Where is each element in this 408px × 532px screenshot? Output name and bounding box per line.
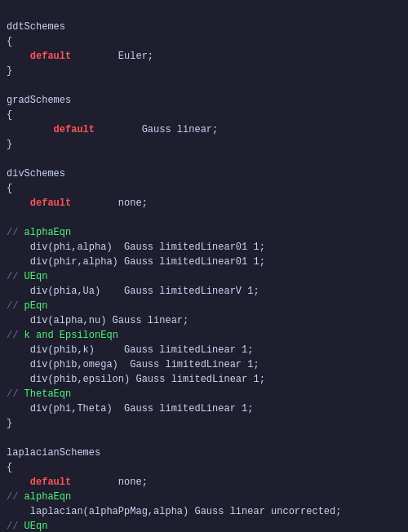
code-line: div(phib,omega) Gauss limitedLinear 1; — [7, 357, 401, 372]
code-line: div(phir,alpha) Gauss limitedLinear01 1; — [7, 255, 401, 269]
code-line: // alphaEqn — [7, 490, 401, 504]
code-line — [7, 431, 401, 446]
code-line: // alphaEqn — [7, 225, 401, 240]
code-line: } — [7, 416, 401, 431]
code-line: default Gauss linear; — [7, 122, 401, 137]
code-line: div(phia,Ua) Gauss limitedLinearV 1; — [7, 284, 401, 299]
code-line: ddtSchemes — [7, 20, 401, 34]
code-line: } — [7, 64, 401, 78]
code-line: default none; — [7, 196, 401, 211]
code-line — [7, 78, 401, 93]
code-line: { — [7, 34, 401, 49]
code-line — [7, 152, 401, 166]
code-line: { — [7, 460, 401, 475]
code-line: default none; — [7, 475, 401, 490]
code-line: laplacian(alphaPpMag,alpha) Gauss linear… — [7, 504, 401, 519]
code-line: { — [7, 108, 401, 122]
code-line: // UEqn — [7, 519, 401, 532]
code-line: // pEqn — [7, 299, 401, 313]
code-line — [7, 211, 401, 225]
code-line: // UEqn — [7, 269, 401, 284]
code-line: laplacianSchemes — [7, 446, 401, 460]
code-line: // k and EpsilonEqn — [7, 328, 401, 343]
code-line: default Euler; — [7, 49, 401, 64]
code-line: { — [7, 181, 401, 196]
code-line: } — [7, 137, 401, 152]
code-line: div(phib,k) Gauss limitedLinear 1; — [7, 343, 401, 357]
code-line: divSchemes — [7, 166, 401, 181]
code-line: gradSchemes — [7, 93, 401, 108]
code-line: div(phi,Theta) Gauss limitedLinear 1; — [7, 401, 401, 416]
code-line: div(phib,epsilon) Gauss limitedLinear 1; — [7, 372, 401, 387]
code-editor: ddtSchemes{ default Euler;}gradSchemes{ … — [0, 0, 408, 532]
code-line: // ThetaEqn — [7, 387, 401, 401]
code-line: div(alpha,nu) Gauss linear; — [7, 313, 401, 328]
code-line: div(phi,alpha) Gauss limitedLinear01 1; — [7, 240, 401, 255]
